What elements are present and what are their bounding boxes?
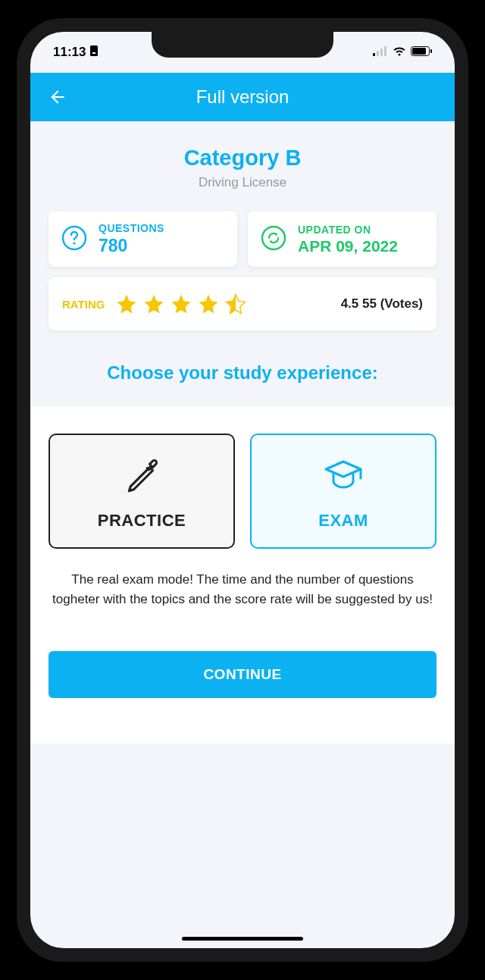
questions-value: 780 (99, 236, 164, 256)
mode-description: The real exam mode! The time and the num… (48, 570, 436, 609)
rating-label: RATING (62, 298, 105, 311)
svg-rect-3 (377, 51, 379, 56)
star-icon (170, 293, 192, 315)
refresh-icon (260, 224, 287, 255)
signal-icon (373, 45, 388, 60)
notch (152, 32, 333, 58)
questions-label: QUESTIONS (99, 222, 164, 234)
star-icon (115, 293, 138, 315)
updated-card: UPDATED ON APR 09, 2022 (248, 211, 436, 267)
updated-value: APR 09, 2022 (298, 237, 398, 255)
status-card-icon (89, 45, 99, 61)
star-icon (142, 293, 165, 315)
category-title: Category B (48, 146, 436, 171)
svg-rect-2 (373, 53, 375, 56)
practice-mode-card[interactable]: PRACTICE (48, 434, 235, 549)
svg-rect-7 (412, 48, 426, 55)
rating-text: 4.5 55 (Votes) (341, 296, 423, 312)
category-block: Category B Driving License (48, 121, 436, 204)
phone-frame: 11:13 Full version (17, 18, 468, 962)
arrow-left-icon (48, 87, 67, 107)
svg-point-11 (262, 227, 285, 249)
graduation-cap-icon (323, 456, 364, 497)
back-button[interactable] (45, 85, 70, 109)
svg-rect-1 (92, 52, 95, 54)
exam-label: EXAM (318, 511, 368, 531)
practice-label: PRACTICE (98, 511, 186, 531)
rating-card: RATING 4.5 55 (Votes) (48, 277, 436, 330)
app-header: Full version (30, 73, 455, 121)
exam-mode-card[interactable]: EXAM (250, 434, 436, 549)
star-half-icon (224, 293, 247, 315)
svg-rect-0 (90, 45, 98, 56)
battery-icon (411, 45, 432, 60)
question-icon (61, 224, 88, 255)
wifi-icon (393, 45, 406, 60)
svg-point-10 (73, 242, 75, 244)
questions-card: QUESTIONS 780 (48, 211, 237, 267)
svg-rect-4 (380, 49, 383, 56)
status-time: 11:13 (53, 45, 86, 60)
star-icon (197, 293, 220, 315)
rating-stars (115, 293, 340, 315)
updated-label: UPDATED ON (298, 224, 398, 236)
choose-heading: Choose your study experience: (48, 362, 436, 384)
pencil-icon (123, 456, 161, 497)
home-indicator[interactable] (182, 937, 303, 941)
screen: 11:13 Full version (30, 32, 455, 948)
category-subtitle: Driving License (48, 175, 436, 190)
svg-rect-8 (430, 49, 432, 53)
svg-rect-5 (384, 46, 386, 56)
continue-button[interactable]: CONTINUE (48, 651, 436, 698)
header-title: Full version (196, 86, 289, 108)
mode-section: PRACTICE EXAM The real exam mode! The ti… (30, 406, 455, 744)
